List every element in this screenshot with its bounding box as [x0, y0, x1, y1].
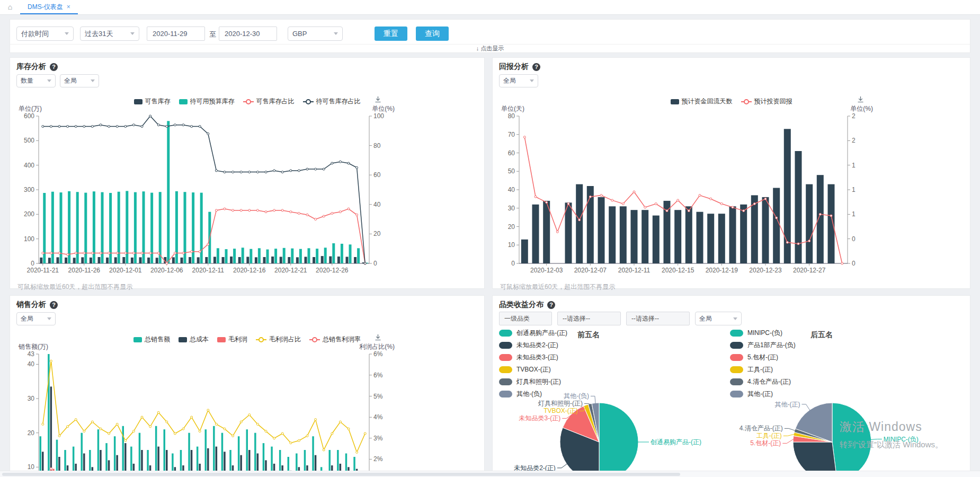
svg-text:灯具和照明-(正): 灯具和照明-(正): [538, 400, 583, 407]
svg-text:2020-12-19: 2020-12-19: [706, 267, 738, 274]
pie-legend-item[interactable]: 产品1部产品-(负): [730, 341, 796, 350]
svg-text:10: 10: [28, 463, 35, 471]
svg-text:2020-12-11: 2020-12-11: [618, 267, 651, 274]
category-level1-input[interactable]: 一级品类: [499, 312, 552, 325]
bottom5-subtitle: 后五名: [810, 330, 833, 340]
panel-inventory-analysis: 库存分析 ? 数量 全局 可售库存待可用预算库存可售库存占比待可售库存占比 单位…: [10, 57, 485, 289]
svg-text:其他-(正): 其他-(正): [775, 401, 800, 408]
pie-legend-item[interactable]: MINIPC-(负): [730, 329, 796, 338]
svg-text:TVBOX-(正): TVBOX-(正): [544, 407, 578, 414]
legend-label: TVBOX-(正): [516, 365, 551, 374]
panel-category-distribution: 品类收益分布 ? 一级品类 --请选择-- --请选择-- 全局 创通易购产品-…: [492, 295, 970, 477]
returns-chart[interactable]: 单位(天)单位(%)0102030405060708000111222020-1…: [498, 104, 901, 282]
legend-swatch: [499, 342, 512, 349]
currency-select[interactable]: GBP: [288, 26, 343, 41]
query-button[interactable]: 查询: [416, 26, 449, 41]
svg-text:6%: 6%: [373, 350, 383, 358]
filter-panel: 付款时间 过去31天 2020-11-29 至 2020-12-30 GBP 重…: [10, 19, 970, 53]
chevron-down-icon: [733, 317, 737, 320]
chevron-down-icon: [47, 317, 51, 320]
reset-button[interactable]: 重置: [375, 26, 407, 41]
svg-text:2020-12-07: 2020-12-07: [574, 267, 607, 274]
pie-legend-item[interactable]: 未知品类2-(正): [499, 341, 567, 350]
svg-text:2020-12-06: 2020-12-06: [150, 267, 183, 274]
inventory-chart[interactable]: 单位(万)单位(%)010020030040050060002040608010…: [15, 104, 418, 282]
date-range-select[interactable]: 过去31天: [80, 26, 139, 41]
svg-text:2020-11-26: 2020-11-26: [68, 267, 101, 274]
category-level2-input[interactable]: --请选择--: [557, 312, 621, 325]
svg-text:40: 40: [373, 201, 381, 208]
horizontal-scrollbar[interactable]: [0, 471, 980, 477]
svg-text:50: 50: [508, 167, 515, 175]
svg-text:300: 300: [24, 186, 34, 193]
time-field-value: 付款时间: [21, 29, 49, 39]
svg-text:2: 2: [852, 137, 856, 144]
legend-line-marker: [303, 99, 314, 104]
svg-text:5.包材-(正): 5.包材-(正): [750, 439, 781, 447]
pie-legend-item[interactable]: TVBOX-(正): [499, 365, 567, 374]
tab-bar: ⌂ DMS-仪表盘×: [0, 0, 980, 15]
svg-text:1: 1: [852, 210, 856, 218]
legend-label: 未知品类3-(正): [516, 353, 558, 362]
inventory-scope-select[interactable]: 全局: [60, 74, 99, 87]
pie-legend-item[interactable]: 创通易购产品-(正): [499, 329, 567, 338]
legend-line-marker: [741, 99, 752, 104]
collapse-toggle[interactable]: ↓ 点击显示: [10, 44, 970, 52]
svg-text:2: 2: [852, 112, 856, 120]
chevron-down-icon: [65, 32, 69, 35]
svg-text:4.清仓产品-(正): 4.清仓产品-(正): [740, 425, 783, 432]
legend-label: 工具-(正): [747, 365, 773, 374]
scrollbar-thumb[interactable]: [2, 473, 680, 476]
panel-title: 品类收益分布: [499, 300, 544, 310]
home-icon[interactable]: ⌂: [0, 0, 20, 14]
help-icon[interactable]: ?: [50, 301, 58, 309]
legend-line-marker: [243, 99, 254, 104]
returns-scope-select[interactable]: 全局: [499, 74, 538, 87]
help-icon[interactable]: ?: [532, 63, 540, 71]
svg-text:80: 80: [508, 112, 515, 120]
panel-title: 库存分析: [16, 62, 46, 72]
legend-swatch: [133, 337, 142, 342]
time-field-select[interactable]: 付款时间: [16, 26, 74, 41]
pie-legend-item[interactable]: 未知品类3-(正): [499, 353, 567, 362]
tab-close-icon[interactable]: ×: [67, 3, 70, 11]
svg-text:2020-12-03: 2020-12-03: [530, 267, 563, 274]
svg-text:2020-12-11: 2020-12-11: [192, 267, 225, 274]
pie-legend-item[interactable]: 5.包材-(正): [730, 353, 796, 362]
svg-text:销售额(万): 销售额(万): [18, 343, 48, 350]
date-to-value: 2020-12-30: [225, 30, 260, 38]
help-icon[interactable]: ?: [50, 63, 58, 71]
category-scope-select[interactable]: 全局: [695, 312, 742, 325]
sales-scope-select[interactable]: 全局: [16, 312, 56, 325]
tab-label: DMS-仪表盘: [28, 3, 63, 11]
svg-text:创通易购产品-(正): 创通易购产品-(正): [650, 438, 701, 446]
help-icon[interactable]: ?: [547, 301, 555, 309]
legend-label: 产品1部产品-(负): [747, 341, 796, 350]
svg-text:MINIPC-(负): MINIPC-(负): [884, 436, 919, 443]
legend-swatch: [730, 354, 743, 361]
inventory-metric-select[interactable]: 数量: [16, 74, 56, 87]
svg-text:2020-12-15: 2020-12-15: [662, 267, 694, 274]
sales-chart[interactable]: 销售额(万)利润占比(%)10203040431%2%3%4%5%6%6%202…: [15, 342, 418, 477]
date-from-input[interactable]: 2020-11-29: [147, 26, 205, 41]
svg-text:2020-12-27: 2020-12-27: [793, 267, 826, 274]
tab-dms-dashboard[interactable]: DMS-仪表盘×: [20, 0, 78, 14]
legend-swatch: [730, 366, 743, 373]
svg-text:0: 0: [373, 260, 377, 267]
svg-text:40: 40: [28, 360, 35, 368]
download-icon[interactable]: [857, 96, 864, 104]
category-pie-charts[interactable]: 创通易购产品-(正)未知品类2-(正)未知品类3-(正)TVBOX-(正)灯具和…: [497, 379, 966, 477]
category-level3-input[interactable]: --请选择--: [626, 312, 690, 325]
svg-text:0: 0: [511, 260, 515, 267]
download-icon[interactable]: [375, 334, 381, 342]
svg-text:60: 60: [373, 171, 381, 179]
svg-text:未知品类3-(正): 未知品类3-(正): [519, 414, 561, 422]
download-icon[interactable]: [375, 96, 381, 104]
date-to-input[interactable]: 2020-12-30: [219, 26, 277, 41]
legend-label: MINIPC-(负): [747, 329, 782, 338]
legend-swatch: [499, 354, 512, 361]
pie-legend-item[interactable]: 工具-(正): [730, 365, 796, 374]
svg-text:30: 30: [508, 205, 515, 212]
chevron-down-icon: [130, 32, 135, 35]
legend-swatch: [179, 337, 187, 342]
